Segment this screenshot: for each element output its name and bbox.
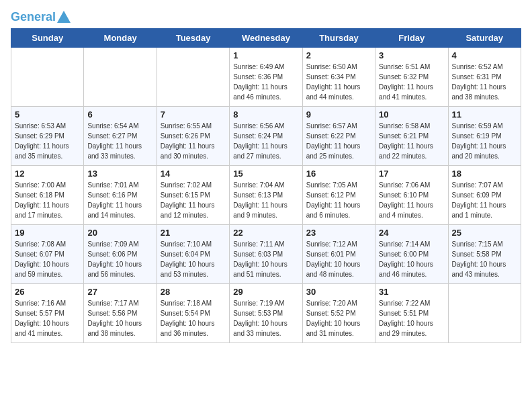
- svg-marker-0: [57, 11, 71, 23]
- day-info: Sunrise: 6:52 AM Sunset: 6:31 PM Dayligh…: [452, 62, 517, 102]
- weekday-header: Saturday: [448, 29, 521, 48]
- calendar-cell: 11Sunrise: 6:59 AM Sunset: 6:19 PM Dayli…: [448, 107, 521, 166]
- weekday-header: Sunday: [11, 29, 84, 48]
- logo-text: General: [11, 11, 56, 23]
- day-info: Sunrise: 7:20 AM Sunset: 5:52 PM Dayligh…: [306, 298, 371, 338]
- calendar-cell: 1Sunrise: 6:49 AM Sunset: 6:36 PM Daylig…: [230, 48, 302, 107]
- day-number: 8: [233, 109, 298, 120]
- calendar-cell: 3Sunrise: 6:51 AM Sunset: 6:32 PM Daylig…: [375, 48, 448, 107]
- day-info: Sunrise: 7:12 AM Sunset: 6:01 PM Dayligh…: [306, 239, 371, 279]
- calendar-cell: 15Sunrise: 7:04 AM Sunset: 6:13 PM Dayli…: [230, 166, 302, 225]
- day-info: Sunrise: 7:07 AM Sunset: 6:09 PM Dayligh…: [452, 180, 517, 220]
- day-number: 26: [15, 287, 80, 297]
- day-number: 3: [379, 50, 444, 60]
- calendar-cell: 6Sunrise: 6:54 AM Sunset: 6:27 PM Daylig…: [84, 107, 157, 166]
- calendar-cell: [448, 284, 521, 343]
- calendar-cell: 25Sunrise: 7:15 AM Sunset: 5:58 PM Dayli…: [448, 225, 521, 284]
- day-number: 1: [233, 50, 298, 60]
- day-number: 9: [306, 109, 371, 120]
- day-info: Sunrise: 7:10 AM Sunset: 6:04 PM Dayligh…: [161, 239, 226, 279]
- calendar-cell: 28Sunrise: 7:18 AM Sunset: 5:54 PM Dayli…: [157, 284, 229, 343]
- calendar-cell: [84, 48, 157, 107]
- day-info: Sunrise: 7:22 AM Sunset: 5:51 PM Dayligh…: [379, 298, 444, 338]
- weekday-header: Monday: [84, 29, 157, 48]
- weekday-header: Tuesday: [157, 29, 229, 48]
- logo-icon: [57, 11, 71, 23]
- day-info: Sunrise: 6:55 AM Sunset: 6:26 PM Dayligh…: [161, 121, 226, 161]
- day-number: 7: [161, 109, 226, 120]
- day-info: Sunrise: 6:59 AM Sunset: 6:19 PM Dayligh…: [452, 121, 517, 161]
- day-number: 6: [87, 109, 152, 120]
- day-info: Sunrise: 6:56 AM Sunset: 6:24 PM Dayligh…: [233, 121, 298, 161]
- day-info: Sunrise: 7:16 AM Sunset: 5:57 PM Dayligh…: [15, 298, 80, 338]
- day-number: 18: [452, 169, 517, 179]
- day-info: Sunrise: 7:00 AM Sunset: 6:18 PM Dayligh…: [15, 180, 80, 220]
- day-number: 13: [87, 169, 152, 179]
- calendar-cell: 18Sunrise: 7:07 AM Sunset: 6:09 PM Dayli…: [448, 166, 521, 225]
- calendar-cell: 23Sunrise: 7:12 AM Sunset: 6:01 PM Dayli…: [302, 225, 375, 284]
- calendar-cell: 14Sunrise: 7:02 AM Sunset: 6:15 PM Dayli…: [157, 166, 229, 225]
- calendar-cell: 19Sunrise: 7:08 AM Sunset: 6:07 PM Dayli…: [11, 225, 84, 284]
- calendar-header: SundayMondayTuesdayWednesdayThursdayFrid…: [11, 29, 521, 48]
- day-number: 24: [379, 228, 444, 238]
- calendar-cell: 27Sunrise: 7:17 AM Sunset: 5:56 PM Dayli…: [84, 284, 157, 343]
- calendar-cell: 21Sunrise: 7:10 AM Sunset: 6:04 PM Dayli…: [157, 225, 229, 284]
- day-info: Sunrise: 7:19 AM Sunset: 5:53 PM Dayligh…: [233, 298, 298, 338]
- day-info: Sunrise: 7:18 AM Sunset: 5:54 PM Dayligh…: [161, 298, 226, 338]
- weekday-header: Wednesday: [230, 29, 302, 48]
- day-number: 4: [452, 50, 517, 60]
- day-number: 29: [233, 287, 298, 297]
- day-info: Sunrise: 7:05 AM Sunset: 6:12 PM Dayligh…: [306, 180, 371, 220]
- day-number: 16: [306, 169, 371, 179]
- day-info: Sunrise: 7:04 AM Sunset: 6:13 PM Dayligh…: [233, 180, 298, 220]
- calendar-cell: 10Sunrise: 6:58 AM Sunset: 6:21 PM Dayli…: [375, 107, 448, 166]
- day-info: Sunrise: 7:17 AM Sunset: 5:56 PM Dayligh…: [87, 298, 152, 338]
- day-number: 22: [233, 228, 298, 238]
- day-info: Sunrise: 6:54 AM Sunset: 6:27 PM Dayligh…: [87, 121, 152, 161]
- calendar-cell: 4Sunrise: 6:52 AM Sunset: 6:31 PM Daylig…: [448, 48, 521, 107]
- calendar-cell: 22Sunrise: 7:11 AM Sunset: 6:03 PM Dayli…: [230, 225, 302, 284]
- day-number: 20: [87, 228, 152, 238]
- calendar-cell: 9Sunrise: 6:57 AM Sunset: 6:22 PM Daylig…: [302, 107, 375, 166]
- day-number: 17: [379, 169, 444, 179]
- day-number: 15: [233, 169, 298, 179]
- day-info: Sunrise: 7:14 AM Sunset: 6:00 PM Dayligh…: [379, 239, 444, 279]
- day-number: 27: [87, 287, 152, 297]
- day-info: Sunrise: 7:01 AM Sunset: 6:16 PM Dayligh…: [87, 180, 152, 220]
- day-number: 14: [161, 169, 226, 179]
- day-number: 23: [306, 228, 371, 238]
- day-info: Sunrise: 6:57 AM Sunset: 6:22 PM Dayligh…: [306, 121, 371, 161]
- day-number: 11: [452, 109, 517, 120]
- day-number: 25: [452, 228, 517, 238]
- day-info: Sunrise: 7:11 AM Sunset: 6:03 PM Dayligh…: [233, 239, 298, 279]
- day-info: Sunrise: 6:51 AM Sunset: 6:32 PM Dayligh…: [379, 62, 444, 102]
- calendar-cell: 8Sunrise: 6:56 AM Sunset: 6:24 PM Daylig…: [230, 107, 302, 166]
- weekday-header: Friday: [375, 29, 448, 48]
- calendar-cell: 31Sunrise: 7:22 AM Sunset: 5:51 PM Dayli…: [375, 284, 448, 343]
- weekday-header: Thursday: [302, 29, 375, 48]
- logo: General: [11, 11, 71, 20]
- calendar-cell: 26Sunrise: 7:16 AM Sunset: 5:57 PM Dayli…: [11, 284, 84, 343]
- day-info: Sunrise: 6:53 AM Sunset: 6:29 PM Dayligh…: [15, 121, 80, 161]
- calendar-cell: 2Sunrise: 6:50 AM Sunset: 6:34 PM Daylig…: [302, 48, 375, 107]
- calendar-cell: 16Sunrise: 7:05 AM Sunset: 6:12 PM Dayli…: [302, 166, 375, 225]
- calendar-cell: 29Sunrise: 7:19 AM Sunset: 5:53 PM Dayli…: [230, 284, 302, 343]
- page-header: General: [11, 11, 521, 20]
- calendar-cell: 7Sunrise: 6:55 AM Sunset: 6:26 PM Daylig…: [157, 107, 229, 166]
- day-info: Sunrise: 7:15 AM Sunset: 5:58 PM Dayligh…: [452, 239, 517, 279]
- day-info: Sunrise: 6:58 AM Sunset: 6:21 PM Dayligh…: [379, 121, 444, 161]
- calendar-cell: 17Sunrise: 7:06 AM Sunset: 6:10 PM Dayli…: [375, 166, 448, 225]
- day-info: Sunrise: 7:09 AM Sunset: 6:06 PM Dayligh…: [87, 239, 152, 279]
- calendar-cell: [157, 48, 229, 107]
- calendar-cell: 13Sunrise: 7:01 AM Sunset: 6:16 PM Dayli…: [84, 166, 157, 225]
- calendar-cell: [11, 48, 84, 107]
- calendar-cell: 30Sunrise: 7:20 AM Sunset: 5:52 PM Dayli…: [302, 284, 375, 343]
- calendar-cell: 24Sunrise: 7:14 AM Sunset: 6:00 PM Dayli…: [375, 225, 448, 284]
- day-number: 12: [15, 169, 80, 179]
- day-info: Sunrise: 7:02 AM Sunset: 6:15 PM Dayligh…: [161, 180, 226, 220]
- day-number: 10: [379, 109, 444, 120]
- day-number: 31: [379, 287, 444, 297]
- day-info: Sunrise: 7:06 AM Sunset: 6:10 PM Dayligh…: [379, 180, 444, 220]
- day-info: Sunrise: 6:49 AM Sunset: 6:36 PM Dayligh…: [233, 62, 298, 102]
- day-number: 30: [306, 287, 371, 297]
